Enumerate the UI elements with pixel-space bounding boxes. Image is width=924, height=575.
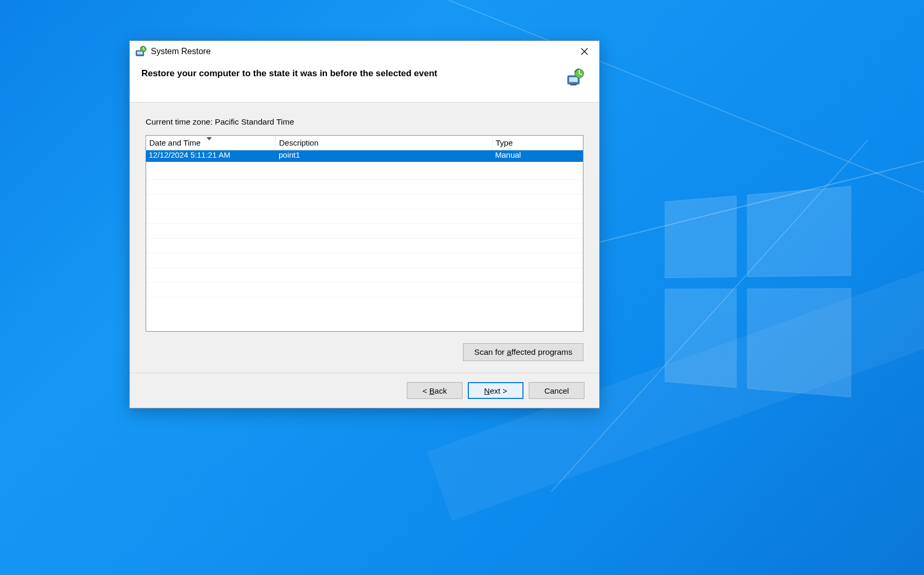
restore-points-table[interactable]: Date and Time Description Type 12/12/ <box>146 135 583 332</box>
column-label: Type <box>496 138 513 147</box>
timezone-prefix: Current time zone: <box>146 117 215 126</box>
grid-lines <box>146 150 583 331</box>
column-label: Description <box>279 138 319 147</box>
button-label-part: ext > <box>490 386 507 395</box>
wizard-footer: < Back Next > Cancel <box>130 373 599 408</box>
button-label-part: ffected programs <box>511 347 572 356</box>
button-label-part: ack <box>435 386 447 395</box>
timezone-label: Current time zone: Pacific Standard Time <box>146 117 583 127</box>
cell-description: point1 <box>276 150 492 162</box>
system-restore-dialog: System Restore Restore your computer to … <box>129 40 600 408</box>
next-button[interactable]: Next > <box>468 382 523 399</box>
timezone-value: Pacific Standard Time <box>215 117 294 126</box>
table-header: Date and Time Description Type <box>146 136 583 150</box>
titlebar: System Restore <box>130 41 599 62</box>
header-area: Restore your computer to the state it wa… <box>130 62 599 102</box>
svg-rect-5 <box>570 84 577 86</box>
column-header-description[interactable]: Description <box>276 136 492 150</box>
cell-date: 12/12/2024 5:11:21 AM <box>146 150 276 162</box>
button-accel: B <box>429 386 435 395</box>
column-label: Date and Time <box>149 138 201 147</box>
cell-type: Manual <box>492 150 583 162</box>
button-label-part: < <box>423 386 429 395</box>
system-restore-icon <box>567 68 584 86</box>
svg-rect-4 <box>569 77 578 82</box>
windows-logo-icon <box>665 186 851 397</box>
scan-affected-programs-button[interactable]: Scan for affected programs <box>463 343 583 361</box>
column-header-date[interactable]: Date and Time <box>146 136 276 150</box>
content-area: Current time zone: Pacific Standard Time… <box>130 102 599 373</box>
table-row[interactable]: 12/12/2024 5:11:21 AM point1 Manual <box>146 150 583 162</box>
system-restore-icon <box>135 46 147 57</box>
scan-button-row: Scan for affected programs <box>146 343 583 361</box>
cancel-button[interactable]: Cancel <box>529 382 584 399</box>
button-label: Cancel <box>545 386 569 395</box>
table-body: 12/12/2024 5:11:21 AM point1 Manual <box>146 150 583 331</box>
svg-rect-1 <box>137 52 143 55</box>
page-title: Restore your computer to the state it wa… <box>141 68 437 79</box>
close-button[interactable] <box>573 44 596 59</box>
sort-descending-icon <box>207 135 212 141</box>
close-icon <box>581 48 588 55</box>
window-title: System Restore <box>151 47 573 56</box>
back-button[interactable]: < Back <box>407 382 463 399</box>
button-label-part: Scan for <box>474 347 507 356</box>
button-accel: a <box>507 347 511 356</box>
column-header-type[interactable]: Type <box>492 136 583 150</box>
button-accel: N <box>484 386 490 395</box>
